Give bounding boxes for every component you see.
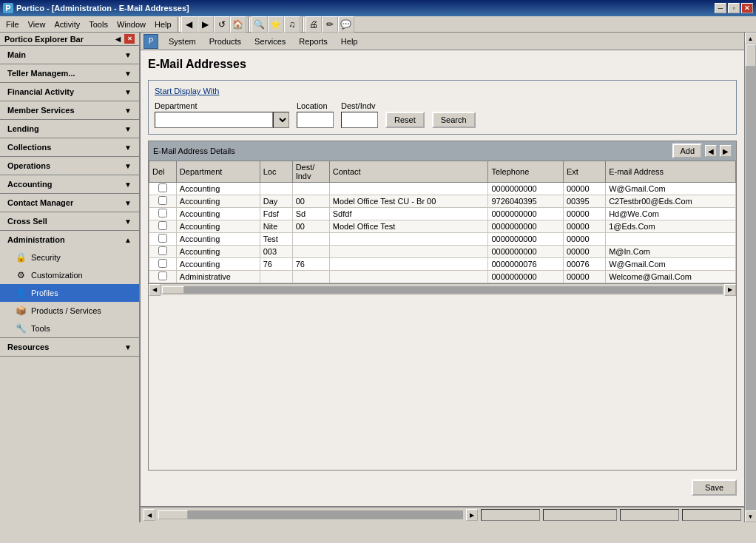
cell-dest-7: [292, 271, 329, 283]
sidebar-item-products[interactable]: 📦 Products / Services: [0, 302, 139, 320]
app-menu-products[interactable]: Products: [203, 36, 247, 47]
nav-accounting-header[interactable]: Accounting ▼: [0, 175, 139, 193]
col-del: Del: [149, 161, 177, 183]
restore-button[interactable]: ▫: [728, 3, 740, 13]
cell-department-2: Accounting: [176, 208, 260, 220]
del-checkbox-0[interactable]: [158, 183, 167, 192]
col-dest: Dest/Indv: [292, 161, 329, 183]
nav-operations-header[interactable]: Operations ▼: [0, 157, 139, 175]
nav-financial-header[interactable]: Financial Activity ▼: [0, 83, 139, 101]
menu-activity[interactable]: Activity: [50, 18, 84, 30]
menu-help[interactable]: Help: [150, 18, 176, 30]
explorer-config-icon[interactable]: ◀: [112, 34, 123, 44]
explorer-close-icon[interactable]: ✕: [124, 34, 135, 44]
nav-member-header[interactable]: Member Services ▼: [0, 101, 139, 119]
menu-window[interactable]: Window: [112, 18, 150, 30]
department-input[interactable]: [155, 112, 273, 128]
del-checkbox-6[interactable]: [158, 259, 167, 268]
cell-contact-0: [329, 183, 488, 195]
del-checkbox-5[interactable]: [158, 246, 167, 255]
nav-admin-items: 🔒 Security ⚙ Customization 👤 Profiles 📦 …: [0, 249, 139, 337]
sidebar-item-profiles[interactable]: 👤 Profiles: [0, 284, 139, 302]
del-checkbox-4[interactable]: [158, 234, 167, 243]
menu-tools[interactable]: Tools: [84, 18, 112, 30]
menu-file[interactable]: File: [1, 18, 24, 30]
nav-lending-header[interactable]: Lending ▼: [0, 120, 139, 138]
scroll-down-btn[interactable]: ▼: [745, 510, 757, 522]
nav-section-accounting: Accounting ▼: [0, 175, 139, 194]
menu-view[interactable]: View: [24, 18, 50, 30]
sidebar-item-customization[interactable]: ⚙ Customization: [0, 266, 139, 284]
sidebar-item-security[interactable]: 🔒 Security: [0, 249, 139, 266]
table-next-btn[interactable]: ▶: [720, 145, 732, 157]
nav-contact-header[interactable]: Contact Manager ▼: [0, 194, 139, 212]
status-scroll-right[interactable]: ▶: [466, 509, 478, 521]
nav-main-header[interactable]: Main ▼: [0, 46, 139, 64]
nav-customization-label: Customization: [31, 271, 83, 280]
cell-department-6: Accounting: [176, 258, 260, 271]
nav-admin-header[interactable]: Administration ▲: [0, 231, 139, 249]
toolbar-print-btn[interactable]: 🖨: [306, 16, 322, 33]
minimize-button[interactable]: ─: [715, 3, 726, 13]
cell-telephone-1: 9726040395: [488, 195, 563, 208]
status-scroll-left[interactable]: ◀: [144, 509, 155, 521]
scroll-right-btn[interactable]: ▶: [724, 284, 736, 296]
close-button[interactable]: ✕: [741, 3, 753, 13]
status-scrollbar-thumb[interactable]: [158, 510, 188, 519]
cell-ext-6: 00076: [563, 258, 605, 271]
nav-teller-header[interactable]: Teller Managem... ▼: [0, 64, 139, 82]
nav-section-main: Main ▼: [0, 46, 139, 64]
app-menu-system[interactable]: System: [163, 36, 202, 47]
toolbar-home-btn[interactable]: 🏠: [230, 16, 246, 33]
explorer-bar-title: Portico Explorer Bar ◀ ✕: [0, 33, 139, 46]
scroll-up-btn[interactable]: ▲: [745, 33, 757, 44]
scroll-thumb-x[interactable]: [162, 286, 184, 294]
nav-crosssell-chevron: ▼: [124, 217, 132, 226]
dest-input[interactable]: [341, 112, 378, 128]
page-title: E-Mail Addresses: [148, 58, 737, 71]
sidebar-item-tools[interactable]: 🔧 Tools: [0, 320, 139, 337]
toolbar-media-btn[interactable]: ♫: [284, 16, 300, 33]
nav-resources-header[interactable]: Resources ▼: [0, 338, 139, 356]
scroll-v-thumb[interactable]: [746, 44, 756, 67]
del-checkbox-7[interactable]: [158, 272, 167, 280]
save-row: Save: [148, 476, 737, 499]
del-checkbox-2[interactable]: [158, 209, 167, 217]
toolbar-back-btn[interactable]: ◀: [181, 16, 198, 33]
toolbar-edit-btn[interactable]: ✏: [322, 16, 338, 33]
scroll-track-x[interactable]: [162, 286, 723, 294]
cell-contact-7: [329, 271, 488, 283]
nav-profiles-label: Profiles: [31, 289, 58, 297]
toolbar-refresh-btn[interactable]: ↺: [214, 16, 230, 33]
scroll-left-btn[interactable]: ◀: [149, 284, 161, 296]
nav-collections-header[interactable]: Collections ▼: [0, 138, 139, 156]
dest-label: Dest/Indv: [341, 101, 378, 110]
app-menu-help[interactable]: Help: [335, 36, 364, 47]
app-menu-reports[interactable]: Reports: [293, 36, 334, 47]
cell-contact-3: Model Office Test: [329, 220, 488, 233]
nav-admin-chevron: ▲: [124, 236, 132, 244]
cell-loc-0: [260, 183, 292, 195]
toolbar-fav-btn[interactable]: ⭐: [268, 16, 284, 33]
app-menu-services[interactable]: Services: [249, 36, 291, 47]
col-email: E-mail Address: [606, 161, 736, 183]
toolbar-discuss-btn[interactable]: 💬: [338, 16, 354, 33]
location-label: Location: [297, 101, 334, 110]
col-loc: Loc: [260, 161, 292, 183]
toolbar-forward-btn[interactable]: ▶: [198, 16, 214, 33]
nav-crosssell-header[interactable]: Cross Sell ▼: [0, 212, 139, 230]
del-checkbox-3[interactable]: [158, 221, 167, 230]
toolbar-search-btn[interactable]: 🔍: [252, 16, 268, 33]
location-input[interactable]: [297, 112, 334, 128]
save-button[interactable]: Save: [692, 479, 737, 496]
search-button[interactable]: Search: [432, 112, 476, 128]
department-dropdown[interactable]: [273, 112, 289, 128]
cell-department-4: Accounting: [176, 233, 260, 246]
cell-loc-6: 76: [260, 258, 292, 271]
add-button[interactable]: Add: [672, 144, 702, 158]
profiles-icon: 👤: [15, 287, 27, 299]
table-prev-btn[interactable]: ◀: [705, 145, 717, 157]
cell-department-5: Accounting: [176, 246, 260, 258]
reset-button[interactable]: Reset: [385, 112, 425, 128]
del-checkbox-1[interactable]: [158, 196, 167, 205]
